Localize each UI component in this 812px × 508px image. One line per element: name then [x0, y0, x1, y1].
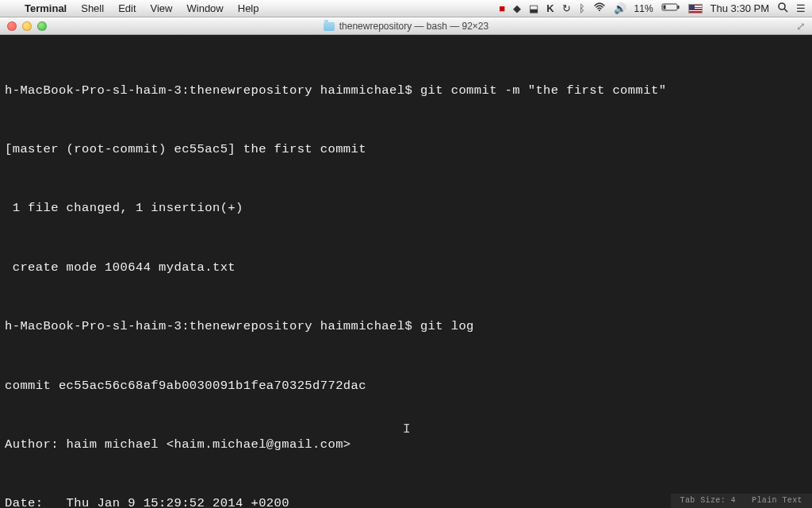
window-titlebar[interactable]: thenewrepository — bash — 92×23 ⤢ [0, 17, 812, 35]
volume-icon[interactable]: 🔊 [614, 2, 626, 14]
terminal-line: [master (root-commit) ec55ac5] the first… [5, 140, 807, 160]
menu-help[interactable]: Help [231, 2, 266, 14]
bluetooth-icon[interactable]: ᛒ [579, 2, 585, 14]
terminal-content[interactable]: h-MacBook-Pro-sl-haim-3:thenewrepository… [0, 35, 812, 508]
menu-app-name[interactable]: Terminal [17, 2, 74, 14]
terminal-line: h-MacBook-Pro-sl-haim-3:thenewrepository… [5, 81, 807, 101]
svg-point-0 [599, 10, 600, 11]
battery-percent[interactable]: 11% [634, 3, 653, 14]
timemachine-icon[interactable]: ↻ [562, 2, 571, 14]
input-flag-icon[interactable] [688, 4, 703, 13]
battery-icon[interactable] [661, 2, 680, 14]
menubar-left: Terminal Shell Edit View Window Help [6, 2, 266, 14]
minimize-button[interactable] [22, 21, 32, 31]
dropbox-icon[interactable]: ⬓ [529, 2, 538, 14]
folder-icon [324, 22, 335, 31]
drive-icon[interactable]: ◆ [513, 2, 521, 14]
menu-edit[interactable]: Edit [111, 2, 143, 14]
notifications-icon[interactable]: ☰ [796, 2, 806, 14]
text-cursor-icon: I [403, 420, 411, 441]
menu-view[interactable]: View [144, 2, 180, 14]
menu-window[interactable]: Window [180, 2, 231, 14]
svg-rect-3 [663, 6, 665, 10]
window-title: thenewrepository — bash — 92×23 [324, 21, 488, 32]
terminal-window: thenewrepository — bash — 92×23 ⤢ h-MacB… [0, 17, 812, 508]
terminal-line: commit ec55ac56c68af9ab0030091b1fea70325… [5, 376, 807, 396]
terminal-line: create mode 100644 mydata.txt [5, 258, 807, 278]
fullscreen-icon[interactable]: ⤢ [796, 20, 806, 33]
menubar-right: ■ ◆ ⬓ K ↻ ᛒ 🔊 11% Thu 3:30 PM ☰ [499, 2, 806, 15]
close-button[interactable] [7, 21, 17, 31]
zoom-button[interactable] [37, 21, 47, 31]
spotlight-icon[interactable] [777, 2, 788, 15]
status-mode[interactable]: Plain Text [752, 495, 802, 507]
terminal-line: h-MacBook-Pro-sl-haim-3:thenewrepository… [5, 317, 807, 337]
wifi-icon[interactable] [593, 2, 606, 14]
k-icon[interactable]: K [546, 2, 553, 14]
traffic-lights [7, 21, 47, 31]
macos-menubar: Terminal Shell Edit View Window Help ■ ◆… [0, 0, 812, 17]
terminal-line: 1 file changed, 1 insertion(+) [5, 198, 807, 218]
menu-shell[interactable]: Shell [74, 2, 111, 14]
editor-statusbar: Tab Size: 4 Plain Text [671, 494, 812, 508]
window-title-text: thenewrepository — bash — 92×23 [339, 21, 488, 32]
svg-point-4 [779, 3, 785, 10]
record-icon[interactable]: ■ [499, 2, 505, 14]
svg-rect-2 [677, 6, 679, 9]
svg-line-5 [784, 9, 787, 12]
menubar-clock[interactable]: Thu 3:30 PM [710, 2, 769, 14]
status-tabsize[interactable]: Tab Size: 4 [680, 495, 736, 507]
